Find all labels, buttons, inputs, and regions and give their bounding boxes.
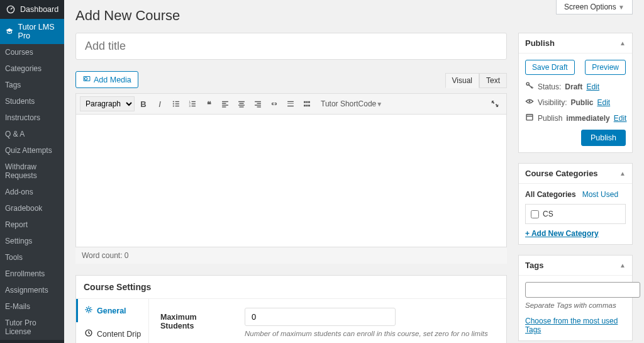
media-icon: [82, 74, 91, 85]
quote-button[interactable]: ❝: [201, 96, 216, 111]
sidebar-item-posts[interactable]: Posts: [0, 340, 64, 343]
svg-rect-14: [192, 101, 196, 102]
svg-rect-8: [175, 101, 179, 102]
svg-rect-31: [287, 101, 294, 102]
category-checkbox-cs[interactable]: CS: [525, 204, 626, 224]
panel-heading: Course Settings: [76, 276, 506, 299]
sidebar-item-gradebook[interactable]: Gradebook: [0, 200, 64, 216]
chevron-up-icon[interactable]: ▲: [619, 262, 626, 269]
svg-rect-39: [308, 104, 310, 106]
svg-rect-12: [175, 106, 179, 106]
italic-button[interactable]: I: [152, 96, 167, 111]
bold-button[interactable]: B: [136, 96, 151, 111]
chevron-up-icon[interactable]: ▲: [619, 170, 626, 177]
eye-icon: [525, 97, 534, 108]
align-right-button[interactable]: [250, 96, 265, 111]
tags-input[interactable]: [525, 282, 640, 298]
editor-content-area[interactable]: [76, 115, 506, 247]
nav-general[interactable]: General: [76, 299, 148, 322]
edit-schedule-link[interactable]: Edit: [614, 114, 627, 123]
toolbar-toggle-button[interactable]: [299, 96, 314, 111]
sidebar-item-quiz-attempts[interactable]: Quiz Attempts: [0, 142, 64, 159]
fullscreen-button[interactable]: [487, 96, 502, 111]
chevron-up-icon[interactable]: ▲: [619, 40, 626, 47]
format-select[interactable]: Paragraph: [80, 96, 135, 111]
rich-text-editor: Paragraph B I 123 ❝ Tutor ShortCode ▼: [75, 93, 507, 247]
link-button[interactable]: [267, 96, 282, 111]
sidebar-item-tools[interactable]: Tools: [0, 249, 64, 266]
clock-icon: [84, 329, 93, 339]
max-students-help: Number of maximum students can enroll in…: [245, 330, 495, 337]
edit-status-link[interactable]: Edit: [586, 82, 599, 91]
tab-most-used[interactable]: Most Used: [582, 190, 618, 199]
add-category-link[interactable]: + Add New Category: [525, 229, 599, 238]
choose-tags-link[interactable]: Choose from the most used Tags: [525, 317, 626, 334]
more-button[interactable]: [283, 96, 298, 111]
sidebar-label: Dashboard: [20, 5, 58, 14]
svg-point-43: [529, 101, 531, 103]
svg-rect-19: [222, 101, 228, 102]
ol-button[interactable]: 123: [185, 96, 200, 111]
sidebar-item-tutor-lms[interactable]: Tutor LMS Pro: [0, 19, 64, 44]
svg-rect-28: [257, 103, 261, 104]
editor-toolbar: Paragraph B I 123 ❝ Tutor ShortCode ▼: [76, 94, 506, 115]
svg-rect-20: [222, 103, 226, 104]
max-students-input[interactable]: [245, 308, 396, 326]
align-center-button[interactable]: [234, 96, 249, 111]
publish-metabox: Publish▲ Save Draft Preview Status: Draf…: [518, 33, 633, 153]
publish-button[interactable]: Publish: [581, 130, 626, 146]
svg-rect-30: [257, 106, 261, 107]
sidebar-item-withdraw[interactable]: Withdraw Requests: [0, 159, 64, 184]
nav-content-drip[interactable]: Content Drip: [76, 322, 148, 343]
sidebar-item-categories[interactable]: Categories: [0, 60, 64, 77]
dashboard-icon: [5, 4, 16, 15]
sidebar-label: Tutor LMS Pro: [18, 23, 59, 40]
ul-button[interactable]: [169, 96, 184, 111]
key-icon: [525, 81, 534, 92]
admin-sidebar: Dashboard Tutor LMS Pro Courses Categori…: [0, 0, 64, 343]
sidebar-item-dashboard[interactable]: Dashboard: [0, 0, 64, 19]
sidebar-item-emails[interactable]: E-Mails: [0, 298, 64, 315]
gear-icon: [84, 305, 93, 316]
calendar-icon: [525, 113, 534, 123]
sidebar-item-report[interactable]: Report: [0, 216, 64, 233]
publish-heading: Publish: [525, 38, 555, 48]
chevron-down-icon: ▼: [618, 4, 625, 11]
editor-mode-tabs: Visual Text: [75, 73, 507, 88]
tutor-shortcode-button[interactable]: Tutor ShortCode ▼: [316, 96, 387, 111]
edit-visibility-link[interactable]: Edit: [597, 98, 610, 107]
sidebar-item-settings[interactable]: Settings: [0, 233, 64, 249]
save-draft-button[interactable]: Save Draft: [525, 60, 575, 75]
svg-rect-24: [240, 103, 244, 104]
screen-options-toggle[interactable]: Screen Options ▼: [556, 0, 633, 14]
svg-point-7: [173, 101, 174, 102]
sidebar-item-instructors[interactable]: Instructors: [0, 110, 64, 126]
sidebar-item-tags[interactable]: Tags: [0, 77, 64, 93]
tab-text[interactable]: Text: [479, 73, 507, 88]
tab-all-categories[interactable]: All Categories: [525, 190, 576, 199]
tags-help-text: Separate Tags with commas: [525, 301, 626, 309]
course-title-input[interactable]: [75, 33, 507, 60]
sidebar-item-enrollments[interactable]: Enrollments: [0, 266, 64, 282]
svg-point-40: [87, 308, 90, 311]
svg-rect-21: [222, 104, 228, 105]
page-title: Add New Course: [75, 8, 633, 24]
svg-rect-26: [240, 106, 244, 107]
svg-point-5: [85, 77, 87, 80]
align-left-button[interactable]: [218, 96, 233, 111]
sidebar-item-assignments[interactable]: Assignments: [0, 282, 64, 298]
sidebar-item-courses[interactable]: Courses: [0, 44, 64, 60]
sidebar-item-license[interactable]: Tutor Pro License: [0, 315, 64, 340]
svg-rect-35: [306, 101, 308, 103]
svg-rect-36: [308, 101, 310, 103]
svg-rect-44: [526, 115, 533, 120]
sidebar-item-addons[interactable]: Add-ons: [0, 184, 64, 200]
tab-visual[interactable]: Visual: [445, 73, 479, 88]
preview-button[interactable]: Preview: [585, 60, 626, 75]
add-media-button[interactable]: Add Media: [75, 71, 138, 88]
svg-point-11: [173, 105, 174, 106]
svg-rect-10: [175, 103, 179, 104]
course-settings-nav: General Content Drip: [76, 299, 149, 343]
sidebar-item-qa[interactable]: Q & A: [0, 126, 64, 142]
sidebar-item-students[interactable]: Students: [0, 93, 64, 110]
